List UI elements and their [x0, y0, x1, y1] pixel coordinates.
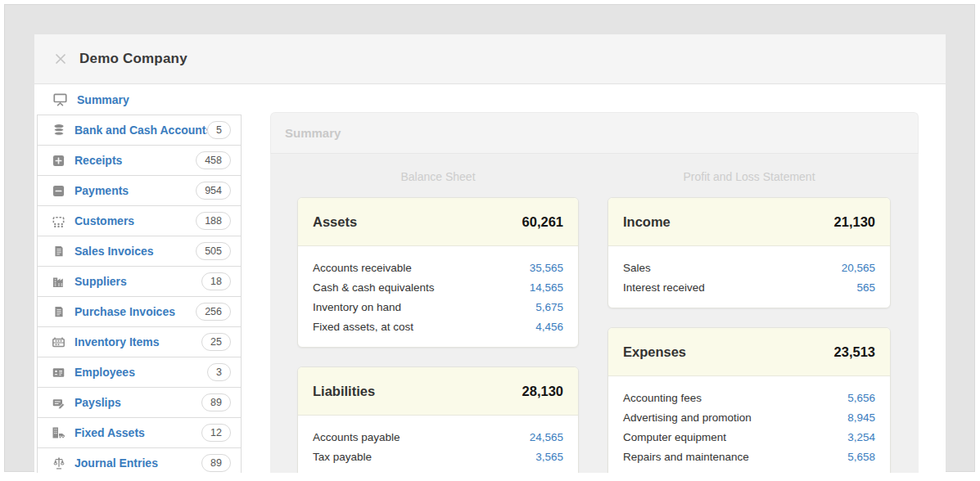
sidebar-item-suppliers[interactable]: Suppliers 18 — [38, 267, 241, 297]
account-value-link[interactable]: 5,656 — [847, 392, 875, 404]
expenses-card-header: Expenses 23,513 — [608, 328, 890, 376]
account-label: Computer equipment — [623, 431, 726, 443]
close-icon[interactable] — [53, 52, 68, 66]
sidebar-item-label: Sales Invoices — [75, 245, 196, 258]
account-label: Sales — [623, 262, 651, 274]
account-value-link[interactable]: 3,565 — [535, 451, 563, 463]
company-window: Demo Company Summary Bank and Cash — [34, 34, 946, 473]
payslip-pencil-icon — [51, 397, 66, 409]
card-total: 23,513 — [834, 344, 875, 360]
liabilities-card-body: Accounts payable 24,565 Tax payable 3,56… — [298, 416, 578, 473]
minus-square-icon — [51, 185, 66, 197]
account-value-link[interactable]: 20,565 — [842, 262, 875, 274]
account-row: Computer equipment 3,254 — [623, 427, 875, 447]
sidebar-item-payments[interactable]: Payments 954 — [38, 176, 241, 206]
account-label: Accounts payable — [313, 431, 400, 443]
sidebar-item-payslips[interactable]: Payslips 89 — [38, 388, 241, 418]
count-badge: 89 — [201, 393, 231, 412]
income-card: Income 21,130 Sales 20,565 Inte — [607, 197, 891, 308]
sidebar-item-bank-and-cash-accounts[interactable]: Bank and Cash Accounts 5 — [38, 115, 241, 146]
account-label: Fixed assets, at cost — [313, 321, 413, 333]
profit-loss-column: Profit and Loss Statement Income 21,130 … — [607, 170, 891, 473]
account-value-link[interactable]: 14,565 — [530, 281, 563, 294]
sidebar-item-fixed-assets[interactable]: Fixed Assets 12 — [38, 418, 241, 448]
account-row: Tax payable 3,565 — [313, 447, 563, 466]
liabilities-card: Liabilities 28,130 Accounts payable 24,5… — [297, 366, 579, 473]
account-row: Fixed assets, at cost 4,456 — [313, 317, 563, 336]
sidebar-item-summary[interactable]: Summary — [37, 84, 242, 115]
sidebar-item-label: Inventory Items — [75, 335, 201, 348]
account-row: Cash & cash equivalents 14,565 — [313, 277, 563, 297]
card-total: 60,261 — [522, 214, 563, 230]
building-truck-icon — [51, 426, 66, 439]
window-title: Demo Company — [79, 51, 187, 67]
sidebar-item-label: Payments — [75, 184, 196, 197]
count-badge: 954 — [196, 182, 231, 200]
account-row: Repairs and maintenance 5,658 — [623, 447, 875, 466]
expenses-card-body: Accounting fees 5,656 Advertising and pr… — [608, 376, 890, 473]
sidebar-item-sales-invoices[interactable]: Sales Invoices 505 — [38, 236, 241, 267]
invoice-document-icon — [51, 245, 66, 258]
card-total: 21,130 — [834, 214, 875, 230]
sidebar-item-receipts[interactable]: Receipts 458 — [38, 146, 241, 176]
account-row: Accounts payable 24,565 — [313, 427, 563, 447]
expenses-card: Expenses 23,513 Accounting fees 5,656 — [607, 327, 891, 473]
sidebar-item-journal-entries[interactable]: Journal Entries 89 — [38, 448, 241, 473]
account-label: Accounts receivable — [313, 262, 412, 274]
card-title: Expenses — [623, 344, 686, 360]
audience-icon — [51, 214, 66, 228]
sidebar-item-label: Receipts — [75, 154, 196, 167]
count-badge: 505 — [196, 242, 231, 261]
account-value-link[interactable]: 8,945 — [847, 411, 875, 424]
account-row: Advertising and promotion 8,945 — [623, 407, 875, 427]
account-value-link[interactable]: 35,565 — [530, 262, 563, 274]
count-badge: 18 — [201, 272, 231, 291]
account-label: Accounting fees — [623, 392, 702, 404]
account-value-link[interactable]: 5,658 — [847, 451, 875, 463]
card-title: Assets — [313, 214, 357, 230]
sidebar-item-purchase-invoices[interactable]: Purchase Invoices 256 — [38, 297, 241, 327]
sidebar-item-customers[interactable]: Customers 188 — [38, 206, 241, 236]
sidebar-item-employees[interactable]: Employees 3 — [38, 357, 241, 388]
count-badge: 3 — [207, 363, 231, 382]
account-label: Advertising and promotion — [623, 411, 752, 424]
coin-stack-icon — [51, 124, 66, 137]
page: Demo Company Summary Bank and Cash — [0, 0, 980, 481]
account-value-link[interactable]: 5,675 — [535, 301, 563, 313]
count-badge: 256 — [196, 303, 231, 321]
count-badge: 188 — [196, 212, 231, 231]
tab-bar: Summary — [270, 112, 919, 154]
liabilities-card-header: Liabilities 28,130 — [298, 367, 578, 416]
sidebar-item-inventory-items[interactable]: Inventory Items 25 — [38, 327, 241, 357]
sidebar-item-label: Purchase Invoices — [75, 305, 196, 318]
account-value-link[interactable]: 565 — [856, 281, 875, 294]
window-header: Demo Company — [34, 34, 946, 84]
profit-loss-header: Profit and Loss Statement — [607, 170, 891, 184]
account-value-link[interactable]: 4,456 — [535, 321, 563, 333]
assets-card-body: Accounts receivable 35,565 Cash & cash e… — [298, 246, 578, 347]
balance-sheet-header: Balance Sheet — [297, 170, 579, 184]
income-card-body: Sales 20,565 Interest received 565 — [608, 246, 890, 308]
account-row: Inventory on hand 5,675 — [313, 297, 563, 317]
sidebar-nav-list: Bank and Cash Accounts 5 Receipts 458 — [37, 115, 242, 473]
balance-sheet-column: Balance Sheet Assets 60,261 Accounts rec… — [297, 170, 579, 473]
plus-square-icon — [51, 155, 66, 167]
account-label: Tax payable — [313, 451, 372, 463]
sidebar-item-label: Bank and Cash Accounts — [75, 124, 207, 137]
count-badge: 89 — [201, 454, 231, 473]
count-badge: 25 — [201, 333, 231, 352]
tab-summary[interactable]: Summary — [285, 126, 341, 140]
assets-card: Assets 60,261 Accounts receivable 35,565 — [297, 197, 579, 348]
account-value-link[interactable]: 3,254 — [847, 431, 875, 443]
factory-icon — [51, 275, 66, 288]
sidebar: Summary Bank and Cash Accounts 5 — [37, 84, 242, 473]
sidebar-item-label: Employees — [75, 366, 207, 379]
card-title: Liabilities — [313, 384, 375, 399]
abacus-icon — [51, 335, 66, 348]
summary-panel: Summary Balance Sheet Assets 60,261 — [270, 112, 919, 473]
account-label: Interest received — [623, 281, 705, 294]
account-value-link[interactable]: 24,565 — [530, 431, 563, 443]
account-label: Repairs and maintenance — [623, 451, 749, 463]
presentation-screen-icon — [52, 92, 68, 106]
summary-content: Balance Sheet Assets 60,261 Accounts rec… — [270, 154, 919, 473]
